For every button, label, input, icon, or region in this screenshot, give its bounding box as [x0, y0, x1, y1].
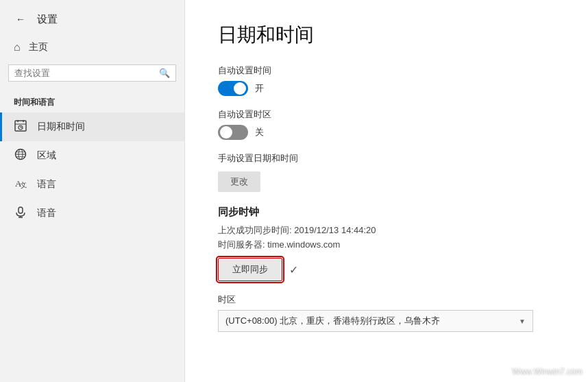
back-button[interactable]: ←: [11, 10, 30, 29]
auto-timezone-section: 自动设置时区 关: [218, 108, 561, 140]
manual-label: 手动设置日期和时间: [218, 152, 561, 165]
auto-timezone-toggle-row: 关: [218, 125, 561, 140]
auto-time-section: 自动设置时间 开: [218, 64, 561, 96]
sync-last-time: 上次成功同步时间: 2019/12/13 14:44:20: [218, 224, 561, 237]
sidebar-item-region[interactable]: 区域: [0, 141, 184, 170]
svg-text:文: 文: [19, 180, 27, 189]
search-box[interactable]: 🔍: [8, 64, 176, 82]
auto-time-label: 自动设置时间: [218, 64, 561, 77]
sync-section: 同步时钟 上次成功同步时间: 2019/12/13 14:44:20 时间服务器…: [218, 206, 561, 281]
timezone-value: (UTC+08:00) 北京，重庆，香港特别行政区，乌鲁木齐: [225, 315, 519, 327]
language-icon: A 文: [14, 177, 27, 192]
region-icon: [14, 148, 27, 163]
nav-label-language: 语言: [37, 178, 56, 191]
back-icon: ←: [16, 14, 25, 25]
sidebar-item-speech[interactable]: 语音: [0, 199, 184, 228]
sidebar-header: ← 设置: [0, 0, 184, 36]
sidebar-title: 设置: [37, 13, 58, 26]
sync-now-button[interactable]: 立即同步: [218, 258, 282, 281]
auto-timezone-state: 关: [255, 126, 264, 139]
auto-time-state: 开: [255, 82, 264, 95]
sync-check-icon: ✓: [289, 263, 298, 276]
main-content: 日期和时间 自动设置时间 开 自动设置时区 关 手动设置日期和时间: [185, 0, 588, 382]
manual-section: 手动设置日期和时间 更改: [218, 152, 561, 195]
nav-label-speech: 语音: [37, 207, 56, 219]
auto-timezone-toggle[interactable]: [218, 125, 248, 140]
sidebar-item-datetime[interactable]: 日期和时间: [0, 112, 184, 141]
nav-label-region: 区域: [37, 150, 56, 162]
speech-icon: [14, 206, 27, 221]
auto-time-toggle-row: 开: [218, 81, 561, 96]
home-label: 主页: [29, 41, 48, 53]
timezone-section: 时区 (UTC+08:00) 北京，重庆，香港特别行政区，乌鲁木齐 ▼: [218, 294, 561, 332]
search-input[interactable]: [14, 68, 159, 78]
search-icon[interactable]: 🔍: [159, 68, 170, 78]
auto-time-toggle-thumb: [234, 82, 246, 95]
page-title: 日期和时间: [218, 22, 561, 48]
auto-time-toggle[interactable]: [218, 81, 248, 96]
home-nav-item[interactable]: ⌂ 主页: [0, 36, 184, 59]
sync-btn-row: 立即同步 ✓: [218, 258, 561, 281]
nav-label-datetime: 日期和时间: [37, 121, 85, 133]
auto-timezone-label: 自动设置时区: [218, 108, 561, 121]
timezone-selector[interactable]: (UTC+08:00) 北京，重庆，香港特别行政区，乌鲁木齐 ▼: [218, 310, 533, 332]
timezone-chevron-icon: ▼: [519, 318, 526, 325]
timezone-label: 时区: [218, 294, 561, 306]
sidebar-item-language[interactable]: A 文 语言: [0, 170, 184, 199]
sync-section-title: 同步时钟: [218, 206, 561, 219]
sync-server: 时间服务器: time.windows.com: [218, 239, 561, 251]
datetime-icon: [14, 119, 27, 134]
svg-rect-14: [19, 207, 23, 213]
sidebar: ← 设置 ⌂ 主页 🔍 时间和语言: [0, 0, 185, 382]
auto-timezone-toggle-thumb: [220, 126, 232, 139]
manual-change-button: 更改: [218, 171, 260, 192]
home-icon: ⌂: [14, 41, 21, 53]
section-label: 时间和语言: [0, 93, 184, 112]
